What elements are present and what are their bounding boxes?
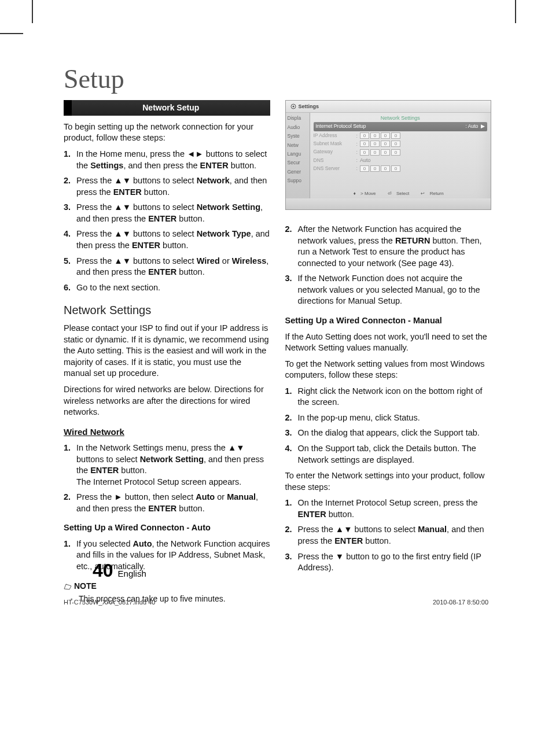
list-item: 3.Press the ▼ button to go to the first … — [285, 551, 492, 574]
gear-icon — [290, 104, 296, 109]
list-item: 2.Press the ► button, then select Auto o… — [64, 492, 270, 514]
list-item: 3.On the dialog that appears, click the … — [285, 427, 492, 439]
sidebar-item: Langu — [286, 150, 310, 158]
steps-after-acquire: 2.After the Network Function has acquire… — [285, 224, 492, 307]
list-item: 2.Press the ▲▼ buttons to select Network… — [64, 175, 270, 198]
sidebar-item: Suppo — [286, 176, 310, 185]
steps-windows: 1.Right click the Network icon on the bo… — [285, 386, 492, 466]
right-column: Settings DisplaAudioSysteNetwLanguSecurG… — [285, 100, 492, 604]
screenshot-field: DNS Server:0000 — [314, 165, 488, 172]
screenshot-field: Gateway:0000 — [314, 149, 488, 156]
intro-text: To begin setting up the network connecti… — [64, 121, 270, 144]
page-footer: 40 English — [93, 560, 146, 581]
list-item: 4.On the Support tab, click the Details … — [285, 443, 492, 466]
steps-wired: 1.In the Network Settings menu, press th… — [64, 442, 270, 514]
sidebar-item: Syste — [286, 132, 310, 141]
screenshot-field: DNS:Auto — [314, 157, 488, 164]
list-item: 3.If the Network Function does not acqui… — [285, 273, 492, 307]
settings-screenshot: Settings DisplaAudioSysteNetwLanguSecurG… — [285, 100, 492, 210]
list-item: 6.Go to the next section. — [64, 282, 270, 294]
list-item: 5.Press the ▲▼ buttons to select Wired o… — [64, 256, 270, 278]
page-title: Setup — [64, 64, 491, 94]
heading-network-settings: Network Settings — [64, 303, 270, 318]
heading-manual: Setting Up a Wired Connecton - Manual — [285, 315, 492, 327]
sidebar-item: Netw — [286, 141, 310, 150]
screenshot-selected-row: Internet Protocol Setup: Auto ▶ — [314, 122, 488, 131]
sidebar-item: Audio — [286, 123, 310, 132]
screenshot-field: Subnet Mask:0000 — [314, 141, 488, 147]
page-language: English — [118, 569, 146, 578]
list-item: 1.Right click the Network icon on the bo… — [285, 386, 492, 408]
screenshot-sidebar: DisplaAudioSysteNetwLanguSecurGenerSuppo — [286, 113, 310, 198]
sidebar-item: Displa — [286, 114, 310, 123]
note-icon — [64, 583, 72, 590]
paragraph: Please contact your ISP to find out if y… — [64, 323, 270, 379]
steps-enter-settings: 1.On the Internet Protocol Setup screen,… — [285, 497, 492, 573]
screenshot-fields: IP Address:0000Subnet Mask:0000Gateway:0… — [314, 132, 488, 172]
screenshot-header: Settings — [286, 101, 491, 113]
list-item: 3.Press the ▲▼ buttons to select Network… — [64, 202, 270, 224]
print-timestamp: 2010-08-17 8:50:00 — [433, 599, 488, 606]
paragraph: To enter the Network settings into your … — [285, 470, 492, 493]
section-header: Network Setup — [64, 100, 270, 116]
sidebar-item: Secur — [286, 158, 310, 167]
list-item: 2.After the Network Function has acquire… — [285, 224, 492, 269]
list-item: 2.Press the ▲▼ buttons to select Manual,… — [285, 524, 492, 547]
note-label: NOTE — [64, 581, 270, 592]
svg-point-1 — [292, 106, 294, 108]
screenshot-field: IP Address:0000 — [314, 132, 488, 139]
paragraph: Directions for wired networks are below.… — [64, 384, 270, 418]
print-metadata: HT-C7530W_XAA_0817.indd 40 2010-08-17 8:… — [64, 599, 488, 606]
steps-initial: 1.In the Home menu, press the ◄► buttons… — [64, 149, 270, 293]
page-number: 40 — [93, 560, 113, 581]
sidebar-item: Gener — [286, 168, 310, 176]
screenshot-footer-hints: ♦ > Move ⏎ Select ↩ Return — [310, 191, 491, 197]
heading-wired-network: Wired Network — [64, 426, 270, 438]
list-item: 2.In the pop-up menu, click Status. — [285, 412, 492, 424]
list-item: 1.In the Home menu, press the ◄► buttons… — [64, 149, 270, 171]
left-column: Network Setup To begin setting up the ne… — [64, 100, 270, 604]
heading-auto: Setting Up a Wired Connecton - Auto — [64, 522, 270, 534]
screenshot-panel-title: Network Settings — [314, 114, 488, 122]
list-item: 1.In the Network Settings menu, press th… — [64, 442, 270, 488]
page: Setup Network Setup To begin setting up … — [29, 12, 523, 628]
print-filename: HT-C7530W_XAA_0817.indd 40 — [64, 599, 155, 606]
list-item: 4.Press the ▲▼ buttons to select Network… — [64, 228, 270, 251]
list-item: 1.On the Internet Protocol Setup screen,… — [285, 497, 492, 520]
paragraph: To get the Network setting values from m… — [285, 359, 492, 381]
screenshot-main: Network Settings Internet Protocol Setup… — [310, 113, 491, 198]
paragraph: If the Auto Setting does not work, you'l… — [285, 331, 492, 354]
